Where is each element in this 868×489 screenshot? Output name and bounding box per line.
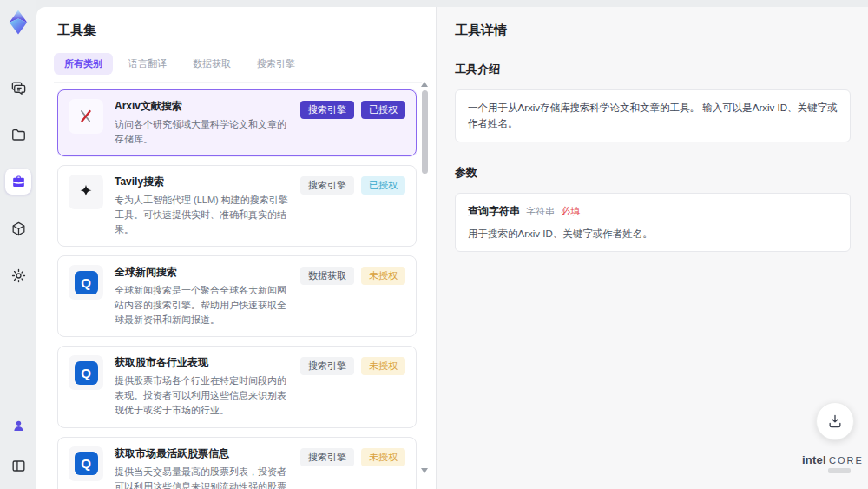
category-badge: 搜索引擎 xyxy=(300,101,354,119)
param-type: 字符串 xyxy=(526,204,555,220)
tool-name: Tavily搜索 xyxy=(115,175,289,189)
param-box: 查询字符串 字符串 必填 用于搜索的Arxiv ID、关键字或作者姓名。 xyxy=(455,193,851,253)
page-title: 工具集 xyxy=(57,23,436,39)
stock-search-icon: Q xyxy=(69,355,103,390)
category-badge: 搜索引擎 xyxy=(300,357,354,375)
tool-desc: 提供当天交易量最高的股票列表，投资者可以利用这些信息来识别流动性强的股票和潜在的… xyxy=(115,465,289,489)
auth-badge: 未授权 xyxy=(361,357,405,375)
params-heading: 参数 xyxy=(455,165,851,181)
sparkle-icon xyxy=(69,175,103,209)
tool-desc: 全球新闻搜索是一个聚合全球各大新闻网站内容的搜索引擎。帮助用户快速获取全球最新资… xyxy=(115,283,289,327)
tab-all-categories[interactable]: 所有类别 xyxy=(54,53,113,75)
tool-card-arxiv[interactable]: Arxiv文献搜索 访问各个研究领域大量科学论文和文章的存储库。 搜索引擎 已授… xyxy=(57,89,417,156)
download-button[interactable] xyxy=(816,402,854,440)
tool-name: 获取股市各行业表现 xyxy=(115,355,289,370)
category-tabs: 所有类别 语言翻译 数据获取 搜索引擎 xyxy=(54,53,422,83)
tab-language-translation[interactable]: 语言翻译 xyxy=(118,53,177,75)
scrollbar-thumb[interactable] xyxy=(422,90,428,174)
tool-name: 全球新闻搜索 xyxy=(115,265,289,280)
category-badge: 数据获取 xyxy=(300,267,354,285)
chat-icon[interactable] xyxy=(5,75,31,101)
tool-card-global-news[interactable]: Q 全球新闻搜索 全球新闻搜索是一个聚合全球各大新闻网站内容的搜索引擎。帮助用户… xyxy=(57,255,417,337)
arxiv-logo-icon xyxy=(69,99,103,134)
folder-icon[interactable] xyxy=(5,122,31,148)
toolbox-icon[interactable] xyxy=(5,169,31,195)
panel-toggle-icon[interactable] xyxy=(5,453,31,479)
download-icon xyxy=(826,413,844,430)
tool-name: 获取市场最活跃股票信息 xyxy=(115,446,289,461)
auth-badge: 已授权 xyxy=(361,176,405,195)
category-badge: 搜索引擎 xyxy=(300,448,354,466)
intro-text: 一个用于从Arxiv存储库搜索科学论文和文章的工具。 输入可以是Arxiv ID… xyxy=(468,102,838,129)
auth-badge: 未授权 xyxy=(361,448,405,466)
tool-card-tavily[interactable]: Tavily搜索 专为人工智能代理 (LLM) 构建的搜索引擎工具。可快速提供实… xyxy=(57,165,417,247)
tool-list-panel: 工具集 所有类别 语言翻译 数据获取 搜索引擎 Arxiv文献搜索 访问各个研究… xyxy=(36,7,437,489)
core-wordmark: core xyxy=(829,455,864,466)
gear-icon[interactable] xyxy=(5,262,31,288)
tool-card-sector-performance[interactable]: Q 获取股市各行业表现 提供股票市场各个行业在特定时间段内的表现。投资者可以利用… xyxy=(57,346,417,427)
tool-desc: 专为人工智能代理 (LLM) 构建的搜索引擎工具。可快速提供实时、准确和真实的结… xyxy=(115,193,289,237)
app-logo[interactable] xyxy=(3,7,33,36)
category-badge: 搜索引擎 xyxy=(300,176,354,195)
intro-heading: 工具介绍 xyxy=(455,62,851,77)
scrollbar-down-arrow[interactable] xyxy=(421,468,428,473)
auth-badge: 已授权 xyxy=(361,101,405,119)
package-icon[interactable] xyxy=(5,215,31,241)
param-desc: 用于搜索的Arxiv ID、关键字或作者姓名。 xyxy=(468,226,838,241)
intro-box: 一个用于从Arxiv存储库搜索科学论文和文章的工具。 输入可以是Arxiv ID… xyxy=(455,89,851,142)
intel-wordmark: intel xyxy=(802,453,826,466)
param-name: 查询字符串 xyxy=(468,203,520,220)
tool-desc: 提供股票市场各个行业在特定时间段内的表现。投资者可以利用这些信息来识别表现优于或… xyxy=(115,373,289,418)
stock-search-icon: Q xyxy=(69,446,103,481)
brand-subtext xyxy=(828,468,851,473)
intel-core-logo: intel core xyxy=(802,453,856,473)
tool-name: Arxiv文献搜索 xyxy=(115,99,289,114)
tool-list: Arxiv文献搜索 访问各个研究领域大量科学论文和文章的存储库。 搜索引擎 已授… xyxy=(57,89,417,489)
tool-details-panel: 工具详情 工具介绍 一个用于从Arxiv存储库搜索科学论文和文章的工具。 输入可… xyxy=(437,7,868,489)
tool-card-most-active-stocks[interactable]: Q 获取市场最活跃股票信息 提供当天交易量最高的股票列表，投资者可以利用这些信息… xyxy=(57,437,417,489)
app-rail xyxy=(0,0,36,489)
detail-title: 工具详情 xyxy=(455,23,851,39)
tab-search-engine[interactable]: 搜索引擎 xyxy=(247,53,306,75)
tab-data-acquisition[interactable]: 数据获取 xyxy=(182,53,241,75)
tool-desc: 访问各个研究领域大量科学论文和文章的存储库。 xyxy=(115,117,289,147)
param-required-badge: 必填 xyxy=(561,204,580,220)
news-search-icon: Q xyxy=(69,265,103,300)
user-icon[interactable] xyxy=(5,413,31,439)
auth-badge: 未授权 xyxy=(361,267,405,285)
scrollbar-up-arrow[interactable] xyxy=(421,82,428,87)
